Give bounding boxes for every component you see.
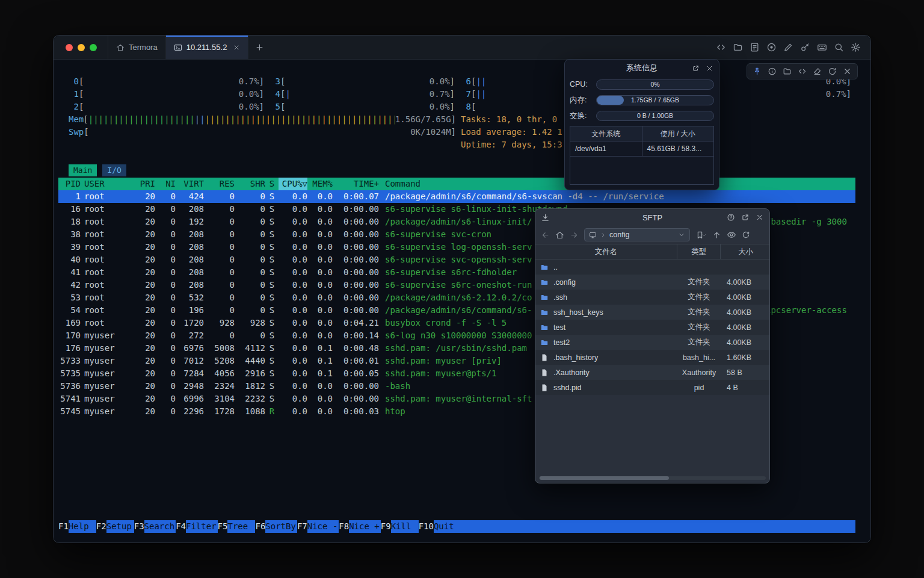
back-button[interactable] (541, 231, 550, 240)
tab-label: Termora (129, 43, 158, 52)
bookmark-dropdown-icon[interactable] (701, 232, 707, 238)
folder-button[interactable] (783, 67, 792, 76)
show-hidden-button[interactable] (727, 230, 736, 240)
fkey-action-Search[interactable]: Search (144, 520, 176, 533)
column-header-PRI[interactable]: PRI (134, 178, 155, 190)
open-in-window-button[interactable] (692, 64, 700, 72)
sftp-file-row[interactable]: .ssh文件夹4.00KB (535, 290, 769, 305)
sftp-scrollbar-track (539, 476, 766, 480)
zoom-window-button[interactable] (90, 44, 97, 51)
fkey-F7: F7 (297, 520, 307, 533)
sftp-file-row[interactable]: .. (535, 259, 769, 275)
path-selector[interactable]: config (584, 228, 690, 241)
tab-termora[interactable]: Termora (108, 36, 165, 59)
log-button[interactable] (750, 42, 760, 52)
sftp-file-row[interactable]: test2文件夹4.00KB (535, 335, 769, 350)
refresh-button[interactable] (742, 231, 750, 239)
sysinfo-close-button[interactable] (706, 64, 713, 72)
sftp-file-list: ...config文件夹4.00KB.ssh文件夹4.00KBssh_host_… (535, 259, 769, 395)
fkey-action-Filter[interactable]: Filter (186, 520, 218, 533)
open-in-window-button[interactable] (741, 213, 750, 222)
sftp-file-row[interactable]: .config文件夹4.00KB (535, 275, 769, 290)
sftp-file-row[interactable]: .bash_historybash_hi...1.60KB (535, 350, 769, 365)
download-icon (541, 213, 550, 222)
sftp-column-header-0[interactable]: 文件名 (535, 244, 677, 259)
sftp-column-header-2[interactable]: 大小 (721, 244, 771, 259)
column-header-PID[interactable]: PID (58, 178, 81, 190)
close-icon (756, 213, 764, 222)
window-toolbar (716, 36, 870, 59)
sftp-scrollbar-thumb[interactable] (540, 476, 669, 480)
sftp-file-row[interactable]: sshd.pidpid4 B (535, 380, 769, 395)
chevron-right-icon (600, 232, 606, 238)
sftp-column-header-1[interactable]: 类型 (677, 244, 721, 259)
minimize-window-button[interactable] (78, 44, 85, 51)
transfers-button[interactable] (541, 209, 550, 226)
chevron-down-icon[interactable] (678, 231, 685, 238)
edit-button[interactable] (783, 42, 793, 52)
close-button[interactable] (843, 67, 852, 76)
external-icon (692, 64, 700, 72)
search-button[interactable] (834, 42, 844, 52)
sftp-file-row[interactable]: ssh_host_keys文件夹4.00KB (535, 305, 769, 320)
info-button[interactable] (768, 67, 777, 76)
sftp-close-button[interactable] (756, 213, 764, 222)
column-header-VIRT[interactable]: VIRT (176, 178, 204, 190)
home-button[interactable] (555, 231, 564, 240)
new-tab-button[interactable] (248, 36, 270, 59)
column-header-NI[interactable]: NI (155, 178, 176, 190)
bookmarks-button[interactable] (695, 231, 707, 240)
help-button[interactable] (727, 213, 735, 222)
fkey-action-Nice[interactable]: Nice + (349, 520, 381, 533)
file-size-cell: 4.00KB (721, 308, 771, 317)
fkey-action-Help[interactable]: Help (69, 520, 96, 533)
column-header-TIME+[interactable]: TIME+ (333, 178, 379, 190)
column-header-S[interactable]: S (265, 178, 279, 190)
tab-remote-host[interactable]: 10.211.55.2 (165, 36, 249, 59)
code-button[interactable] (798, 67, 807, 76)
close-icon (706, 64, 713, 72)
pin-button[interactable] (753, 67, 762, 76)
sftp-file-row[interactable]: test文件夹4.00KB (535, 320, 769, 335)
column-header-MEM%[interactable]: MEM% (307, 178, 333, 190)
column-header-SHR[interactable]: SHR (235, 178, 265, 190)
record-button[interactable] (766, 42, 777, 52)
sftp-titlebar: SFTP (535, 209, 769, 226)
htop-info-line: Uptime: 7 days, 15:3 (461, 138, 562, 151)
refresh-button[interactable] (828, 67, 837, 76)
htop-tab-io[interactable]: I/O (102, 164, 126, 176)
fkey-action-Nice[interactable]: Nice - (307, 520, 339, 533)
fkey-action-Setup[interactable]: Setup (106, 520, 134, 533)
file-name-cell: .config (535, 278, 677, 287)
close-window-button[interactable] (66, 44, 73, 51)
process-row-1[interactable]: 1root20042400S0.00.00:00.07/package/admi… (58, 190, 855, 203)
progress-value: 0% (597, 80, 713, 89)
fkey-action-Kill[interactable]: Kill (391, 520, 419, 533)
fkey-action-Quit[interactable]: Quit (434, 520, 461, 533)
fkey-action-SortBy[interactable]: SortBy (265, 520, 297, 533)
column-header-RES[interactable]: RES (204, 178, 235, 190)
column-header-CPU%[interactable]: CPU%▽ (279, 178, 307, 190)
file-size-cell: 4.00KB (721, 323, 771, 332)
column-header-USER[interactable]: USER (81, 178, 134, 190)
upload-button[interactable] (712, 231, 721, 240)
forward-button[interactable] (570, 231, 579, 240)
folder-fill-icon (540, 308, 549, 317)
folder-icon (733, 42, 743, 52)
settings-button[interactable] (851, 42, 861, 52)
eraser-button[interactable] (813, 67, 822, 76)
folder-fill-icon (540, 338, 549, 347)
key-button[interactable] (800, 42, 810, 52)
chevron-down-icon (701, 232, 707, 238)
tab-close-button[interactable] (233, 44, 240, 51)
fs-table-row: /dev/vda145.61GB / 58.3... (570, 141, 713, 157)
sysinfo-titlebar: 系统信息 (565, 60, 719, 76)
htop-tab-main[interactable]: Main (69, 164, 97, 176)
resource-label: CPU: (570, 80, 593, 89)
code-button[interactable] (716, 42, 726, 52)
keyboard-button[interactable] (817, 42, 827, 52)
record-icon (766, 42, 777, 52)
sftp-file-row[interactable]: .XauthorityXauthority58 B (535, 365, 769, 380)
fkey-action-Tree[interactable]: Tree (227, 520, 255, 533)
folder-button[interactable] (733, 42, 743, 52)
